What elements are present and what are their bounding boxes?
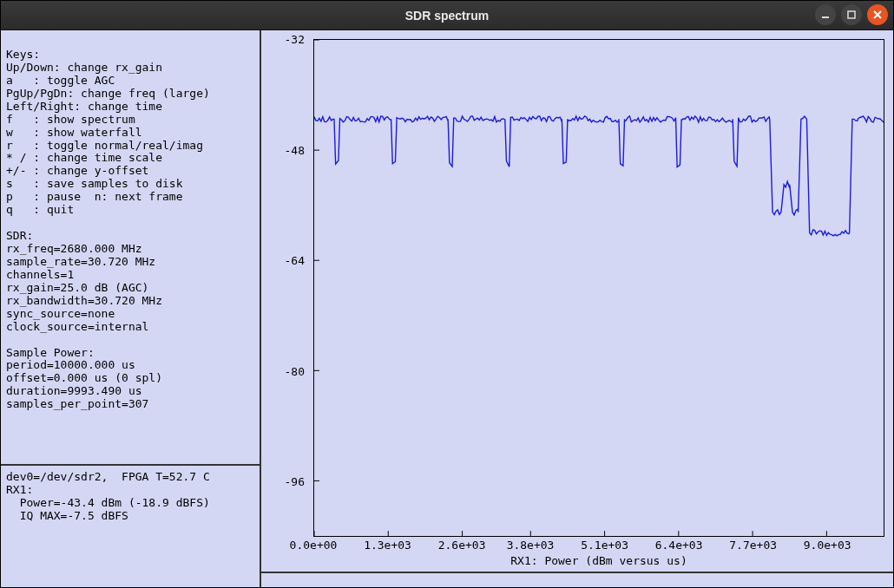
x-tick-label: 9.0e+03 <box>804 539 851 552</box>
y-tick-label: -96 <box>285 475 305 488</box>
device-status: dev0=/dev/sdr2, FPGA T=52.7 C RX1: Power… <box>1 466 260 587</box>
close-button[interactable] <box>867 4 888 25</box>
x-tick-label: 6.4e+03 <box>655 539 703 552</box>
x-tick-label: 3.8e+03 <box>507 539 555 552</box>
content-area: Keys: Up/Down: change rx_gain a : toggle… <box>1 30 893 587</box>
y-tick-label: -64 <box>285 254 305 267</box>
y-axis-ticks: -32-48-64-80-96 <box>261 39 313 537</box>
right-panel: -32-48-64-80-96 RX1: Power (dBm versus u… <box>261 30 893 587</box>
svg-rect-1 <box>848 11 855 18</box>
y-tick-label: -32 <box>285 33 305 46</box>
plot-svg <box>314 40 884 536</box>
window-controls <box>815 4 888 25</box>
x-tick-label: 5.1e+03 <box>581 539 628 552</box>
title-bar[interactable]: SDR spectrum <box>1 1 893 30</box>
minimize-button[interactable] <box>815 4 836 25</box>
x-tick-label: 0.0e+00 <box>290 539 338 552</box>
plot-canvas <box>313 39 884 537</box>
left-panel: Keys: Up/Down: change rx_gain a : toggle… <box>1 30 261 587</box>
x-tick-label: 1.3e+03 <box>364 539 411 552</box>
app-window: SDR spectrum Keys: Up/Down: change rx_ga… <box>0 0 894 588</box>
x-axis-label: RX1: Power (dBm versus us) <box>510 554 687 567</box>
x-tick-label: 7.7e+03 <box>729 539 777 552</box>
x-axis-ticks: RX1: Power (dBm versus us) 0.0e+001.3e+0… <box>313 537 884 572</box>
x-tick-label: 2.6e+03 <box>438 539 486 552</box>
window-title: SDR spectrum <box>1 9 893 23</box>
help-and-sdr-info: Keys: Up/Down: change rx_gain a : toggle… <box>1 30 260 464</box>
y-tick-label: -80 <box>285 364 305 377</box>
maximize-button[interactable] <box>841 4 862 25</box>
y-tick-label: -48 <box>285 143 305 156</box>
bottom-status-bar <box>261 572 893 587</box>
plot-area[interactable]: -32-48-64-80-96 RX1: Power (dBm versus u… <box>261 30 893 572</box>
